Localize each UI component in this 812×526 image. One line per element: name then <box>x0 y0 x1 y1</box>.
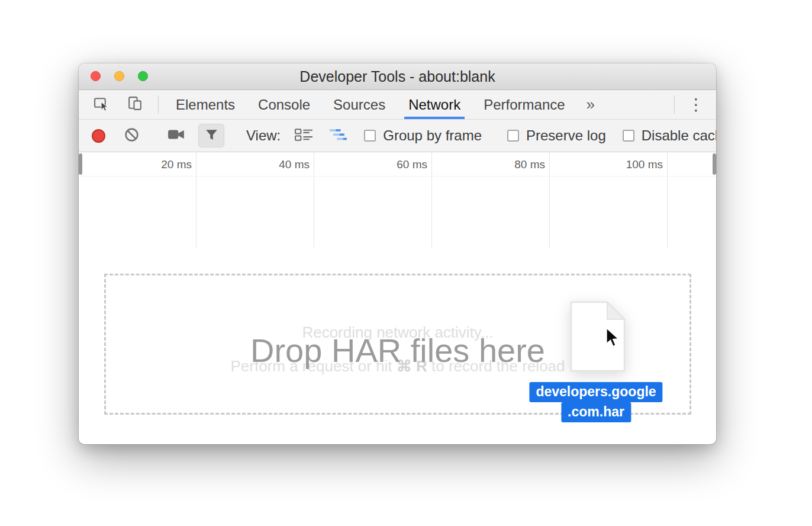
network-timeline: 20 ms 40 ms 60 ms 80 ms 100 ms <box>79 152 716 248</box>
disable-cache-checkbox[interactable] <box>623 130 634 142</box>
minimize-button[interactable] <box>114 71 124 81</box>
divider <box>674 96 675 114</box>
timeline-column: 60 ms <box>314 152 432 248</box>
close-button[interactable] <box>91 71 101 81</box>
tab-elements[interactable]: Elements <box>172 90 239 119</box>
scrollbar-thumb-left[interactable] <box>79 153 82 175</box>
drag-file-label: developers.google .com.har <box>529 382 662 422</box>
list-view-icon <box>295 127 313 145</box>
inspect-element-button[interactable] <box>93 90 109 119</box>
device-toolbar-button[interactable] <box>127 90 143 119</box>
panel-tabs: Elements Console Sources Network Perform… <box>172 90 597 119</box>
inspect-cursor-icon <box>93 95 109 114</box>
devtools-tab-bar: Elements Console Sources Network Perform… <box>79 90 716 120</box>
drag-file-label-line2: .com.har <box>561 402 631 422</box>
kebab-menu-icon: ⋮ <box>688 95 704 114</box>
chevron-right-icon: » <box>587 95 595 114</box>
view-label: View: <box>246 127 281 144</box>
tabbar-spacer <box>597 90 674 119</box>
group-by-frame-label[interactable]: Group by frame <box>383 127 482 144</box>
window-title: Developer Tools - about:blank <box>299 68 495 85</box>
timeline-tick: 80 ms <box>514 158 545 171</box>
drag-file-label-line1: developers.google <box>529 382 662 402</box>
video-camera-icon <box>167 127 185 145</box>
tab-sources[interactable]: Sources <box>329 90 389 119</box>
preserve-log-checkbox[interactable] <box>507 130 519 142</box>
group-by-frame-checkbox[interactable] <box>364 130 376 142</box>
capture-screenshots-button[interactable] <box>167 127 185 145</box>
timeline-tick: 20 ms <box>161 158 192 171</box>
timeline-column: 20 ms <box>79 152 196 248</box>
traffic-lights <box>91 71 148 81</box>
timeline-column: 40 ms <box>196 152 314 248</box>
timeline-tick: 60 ms <box>397 158 427 171</box>
divider <box>158 96 159 114</box>
tab-network[interactable]: Network <box>404 90 465 119</box>
timeline-column: 80 ms <box>432 152 550 248</box>
network-toolbar: View: <box>79 120 716 152</box>
filter-button[interactable] <box>198 124 224 147</box>
timeline-tick: 100 ms <box>626 158 663 171</box>
funnel-filter-icon <box>204 127 219 145</box>
overview-view-button[interactable] <box>330 127 348 145</box>
record-button[interactable] <box>92 129 105 143</box>
large-rows-view-button[interactable] <box>295 127 313 145</box>
disable-cache-label[interactable]: Disable cache <box>642 127 716 144</box>
devtools-menu-button[interactable]: ⋮ <box>684 90 708 119</box>
preserve-log-label[interactable]: Preserve log <box>526 127 606 144</box>
block-circle-icon <box>124 127 140 145</box>
timeline-column: 100 ms <box>550 152 668 248</box>
zoom-button[interactable] <box>138 71 148 81</box>
more-tabs-button[interactable]: » <box>584 90 597 119</box>
scrollbar-thumb-right[interactable] <box>713 153 716 175</box>
tab-console[interactable]: Console <box>254 90 314 119</box>
mouse-cursor-icon <box>605 327 621 349</box>
tab-performance[interactable]: Performance <box>479 90 569 119</box>
device-toolbar-icon <box>127 95 143 114</box>
devtools-window: Developer Tools - about:blank Elements <box>79 63 716 444</box>
waterfall-icon <box>330 127 348 145</box>
timeline-tick: 40 ms <box>279 158 310 171</box>
title-bar: Developer Tools - about:blank <box>79 63 716 90</box>
clear-button[interactable] <box>124 127 140 145</box>
drop-har-message: Drop HAR files here <box>250 331 545 370</box>
